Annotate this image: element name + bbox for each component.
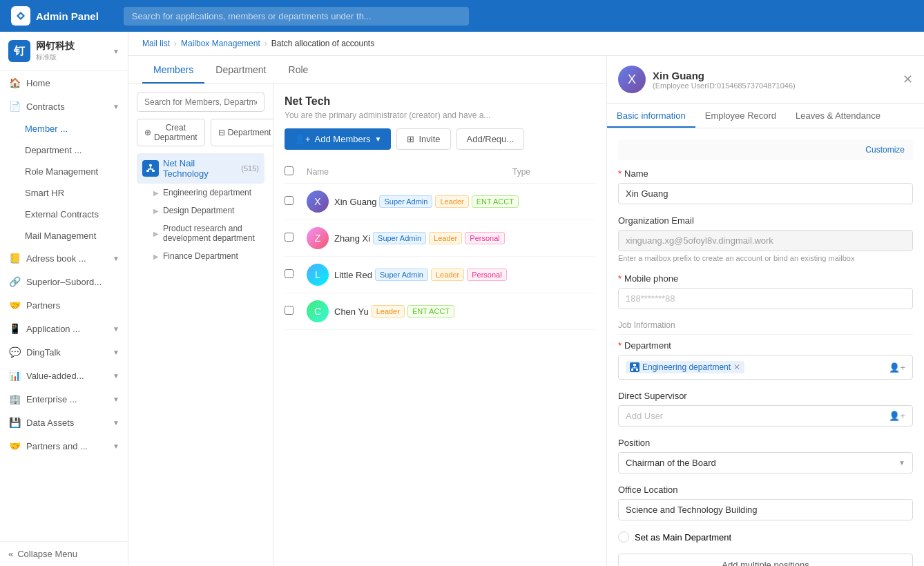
supervisor-add-icon[interactable]: 👤+ — [889, 411, 905, 421]
svg-rect-1 — [146, 170, 149, 172]
dept-finance[interactable]: ▶ Finance Department — [148, 247, 264, 265]
panel-tab-leaves-label: Leaves & Attendance — [796, 110, 880, 121]
sidebar-item-role[interactable]: Role Management — [0, 161, 128, 182]
supervisor-placeholder: Add User — [626, 411, 889, 421]
table-row[interactable]: Z Zhang Xi Super Admin Leader Personal — [285, 220, 595, 257]
dept-tag-input[interactable]: Engineering department ✕ 👤+ — [618, 355, 913, 380]
sidebar-smarthr-label: Smart HR — [25, 188, 64, 198]
row3-avatar: L — [307, 264, 329, 286]
sidebar-item-enterprise[interactable]: 🏢 Enterprise ... ▼ — [0, 387, 128, 411]
sidebar-application-label: Application ... — [26, 324, 107, 334]
customize-link[interactable]: Customize — [865, 145, 905, 155]
add-members-button[interactable]: 👤+ Add Members ▼ — [285, 128, 391, 150]
tab-department[interactable]: Department — [204, 56, 277, 84]
dept-tag-add-icon[interactable]: 👤+ — [889, 362, 905, 373]
position-value: Chairman of the Board — [626, 458, 716, 468]
svg-rect-5 — [633, 364, 636, 366]
dept-item-netnail[interactable]: Net Nail Technology (515) — [137, 153, 264, 184]
dept-product-arrow: ▶ — [153, 230, 159, 237]
sidebar-department-label: Department ... — [25, 145, 81, 155]
dept-tag-org-icon — [630, 362, 639, 372]
sidebar-item-member[interactable]: Member ... — [0, 118, 128, 139]
dept-product-label: Product research and development departm… — [163, 224, 259, 243]
topbar-logo-text: Admin Panel — [36, 10, 99, 22]
dept-product[interactable]: ▶ Product research and development depar… — [148, 219, 264, 247]
dept-button[interactable]: ⊟ Department — [211, 119, 273, 146]
topbar-search-container — [124, 7, 469, 26]
office-input[interactable] — [618, 499, 913, 520]
panel-close-button[interactable]: ✕ — [903, 72, 913, 87]
sidebar-dingtalk-label: DingTalk — [26, 347, 107, 358]
sidebar-item-smarthr[interactable]: Smart HR — [0, 182, 128, 204]
sidebar-partners-label: Partners — [26, 300, 119, 311]
topbar-search-input[interactable] — [124, 7, 469, 26]
panel-tab-leaves[interactable]: Leaves & Attendance — [786, 104, 890, 128]
sidebar-item-dataassets[interactable]: 💾 Data Assets ▼ — [0, 411, 128, 434]
dept-search-input[interactable] — [137, 92, 264, 112]
sidebar-item-contracts[interactable]: 📄 Contracts ▼ — [0, 95, 128, 118]
sidebar-item-external[interactable]: External Contracts — [0, 204, 128, 225]
row1-checkbox[interactable] — [285, 196, 293, 205]
row2-checkbox[interactable] — [285, 233, 293, 242]
panel-tab-basic[interactable]: Basic information — [607, 104, 695, 128]
invite-button[interactable]: ⊞ Invite — [396, 128, 450, 150]
invite-icon: ⊞ — [407, 134, 414, 144]
name-input[interactable] — [618, 183, 913, 204]
add-req-label: Add/Requ... — [467, 134, 514, 144]
row3-badge-admin: Super Admin — [375, 269, 428, 281]
table-row[interactable]: X Xin Guang Super Admin Leader ENT ACCT — [285, 184, 595, 220]
table-row[interactable]: C Chen Yu Leader ENT ACCT — [285, 293, 595, 330]
sidebar-collapse-btn[interactable]: « Collapse Menu — [0, 541, 128, 566]
form-group-office: Office Location — [618, 485, 913, 520]
valueadded-arrow-icon: ▼ — [113, 372, 119, 380]
tab-role[interactable]: Role — [278, 56, 320, 84]
position-select[interactable]: Chairman of the Board ▼ — [618, 452, 913, 474]
supervisor-label-text: Direct Supervisor — [618, 391, 687, 401]
row4-name: Chen Yu — [334, 306, 369, 317]
row3-checkbox[interactable] — [285, 269, 293, 278]
dept-engineering-label: Engineering department — [163, 188, 251, 197]
create-dept-button[interactable]: ⊕ Creat Department — [137, 119, 205, 146]
dept-filter-icon: ⊟ — [218, 128, 225, 137]
sidebar-item-department[interactable]: Department ... — [0, 139, 128, 161]
select-all-checkbox[interactable] — [285, 166, 293, 175]
dept-finance-label: Finance Department — [163, 251, 238, 261]
sidebar-item-mail[interactable]: Mail Management — [0, 225, 128, 246]
row4-badge-leader: Leader — [372, 305, 405, 318]
sidebar-item-partnersand[interactable]: 🤝 Partners and ... ▼ — [0, 434, 128, 458]
sidebar-item-valueadded[interactable]: 📊 Value-added... ▼ — [0, 364, 128, 387]
dept-engineering[interactable]: ▶ Engineering department — [148, 184, 264, 202]
sidebar-brand[interactable]: 钉 网钉科技 标准版 ▼ — [0, 32, 128, 71]
form-group-position: Position Chairman of the Board ▼ — [618, 438, 913, 474]
create-dept-label: Creat Department — [154, 123, 198, 142]
row3-name-cell: L Little Red Super Admin Leader Personal — [307, 264, 595, 286]
dept-design[interactable]: ▶ Design Department — [148, 202, 264, 219]
table-row[interactable]: L Little Red Super Admin Leader Personal — [285, 257, 595, 293]
row2-name: Zhang Xi — [334, 233, 370, 244]
add-req-button[interactable]: Add/Requ... — [456, 128, 525, 150]
breadcrumb-mailbox[interactable]: Mailbox Management — [181, 39, 260, 48]
sidebar-item-home[interactable]: 🏠 Home — [0, 71, 128, 95]
sidebar-item-addressbook[interactable]: 📒 Adress book ... ▼ — [0, 246, 128, 270]
sidebar-item-dingtalk[interactable]: 💬 DingTalk ▼ — [0, 340, 128, 364]
row1-name: Xin Guang — [334, 197, 376, 207]
sidebar-contracts-label: Contracts — [26, 101, 107, 112]
row4-checkbox[interactable] — [285, 306, 293, 315]
tab-members[interactable]: Members — [142, 56, 204, 84]
sidebar-item-application[interactable]: 📱 Application ... ▼ — [0, 317, 128, 340]
position-label: Position — [618, 438, 913, 448]
enterprise-arrow-icon: ▼ — [113, 396, 119, 403]
panel-tab-employee[interactable]: Employee Record — [695, 104, 786, 128]
sidebar-item-superior[interactable]: 🔗 Superior–Subord... — [0, 270, 128, 293]
dept-button-label: Department — [228, 128, 271, 137]
email-input[interactable] — [618, 230, 913, 251]
position-dropdown-icon: ▼ — [898, 459, 905, 467]
addressbook-arrow-icon: ▼ — [113, 255, 119, 262]
set-main-dept-radio[interactable] — [618, 531, 629, 543]
supervisor-input[interactable]: Add User 👤+ — [618, 405, 913, 427]
sidebar-item-partners[interactable]: 🤝 Partners — [0, 293, 128, 317]
breadcrumb-maillist[interactable]: Mail list — [142, 39, 170, 48]
mobile-input[interactable] — [618, 288, 913, 309]
add-positions-button[interactable]: Add multiple positions — [618, 554, 913, 566]
dept-tag-close-icon[interactable]: ✕ — [733, 362, 740, 372]
